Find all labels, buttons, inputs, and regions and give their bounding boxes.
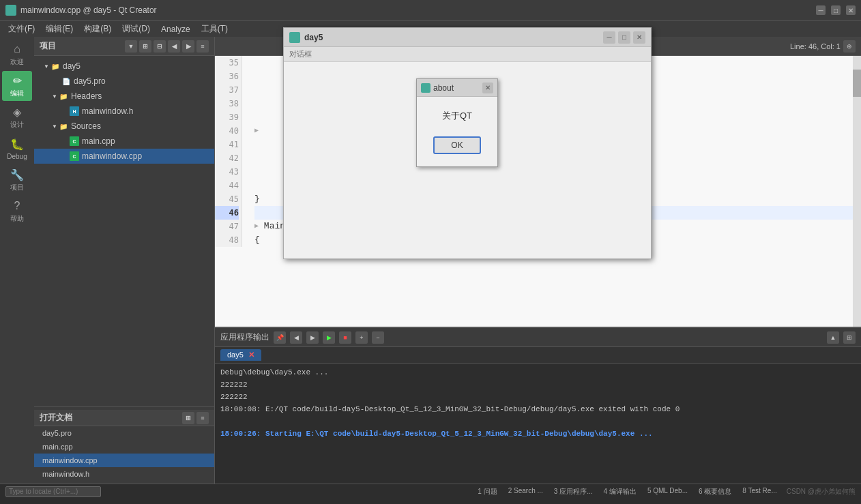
output-collapse-btn[interactable]: ▲ bbox=[827, 331, 839, 344]
output-next-btn[interactable]: ▶ bbox=[306, 331, 319, 344]
output-prev-btn[interactable]: ◀ bbox=[290, 331, 302, 344]
status-tab-0[interactable]: 1 问题 bbox=[473, 487, 501, 496]
docs-toolbar-btn[interactable]: ⊞ bbox=[182, 412, 194, 424]
sidebar-item-design[interactable]: ◈ 设计 bbox=[2, 102, 32, 132]
edit-icon: ✏ bbox=[10, 74, 24, 87]
maximize-button[interactable]: □ bbox=[831, 5, 841, 15]
day5-dialog-maximize[interactable]: □ bbox=[618, 31, 630, 44]
editor-expand-btn[interactable]: ⊕ bbox=[843, 40, 856, 53]
sidebar-item-welcome[interactable]: ⌂ 欢迎 bbox=[2, 40, 32, 70]
project-panel-header: 项目 ▼ ⊞ ⊟ ◀ ▶ ≡ bbox=[34, 37, 214, 56]
menu-analyze[interactable]: Analyze bbox=[156, 23, 196, 35]
day5-dialog-icon bbox=[289, 32, 300, 43]
project-header-label: 项目 bbox=[40, 40, 56, 52]
tree-arrow: ▼ bbox=[50, 123, 59, 130]
doc-label: main.cpp bbox=[42, 443, 73, 451]
project-panel-toolbar: ▼ ⊞ ⊟ ◀ ▶ ≡ bbox=[125, 40, 209, 53]
h-icon: H bbox=[70, 106, 79, 116]
tree-arrow: ▼ bbox=[50, 93, 59, 100]
output-expand-btn2[interactable]: ⊞ bbox=[843, 331, 856, 344]
sidebar-item-project[interactable]: 🔧 项目 bbox=[2, 165, 32, 195]
output-less-btn[interactable]: − bbox=[372, 331, 384, 344]
day5-dialog-close[interactable]: ✕ bbox=[633, 31, 645, 44]
panel-expand-btn[interactable]: ⊟ bbox=[154, 40, 166, 53]
tree-item-sources[interactable]: ▼ 📁 Sources bbox=[34, 119, 214, 134]
output-pin-btn[interactable]: 📌 bbox=[274, 331, 286, 344]
menu-build[interactable]: 构建(B) bbox=[78, 22, 117, 36]
open-docs-header: 打开文档 ⊞ ≡ bbox=[34, 410, 214, 426]
about-close-button[interactable]: ✕ bbox=[482, 83, 493, 93]
status-tab-2[interactable]: 3 应用程序... bbox=[550, 487, 597, 496]
design-icon: ◈ bbox=[10, 105, 24, 119]
panel-close-btn[interactable]: ◀ bbox=[168, 40, 180, 53]
cpp-icon: C bbox=[70, 151, 79, 161]
status-tab-3[interactable]: 4 编译输出 bbox=[600, 487, 641, 496]
project-tree: ▼ 📁 day5 📄 day5.pro ▼ 📁 Headers bbox=[34, 56, 214, 406]
doc-item-maincpp[interactable]: main.cpp bbox=[34, 440, 214, 454]
panel-link-btn[interactable]: ⊞ bbox=[139, 40, 151, 53]
sidebar-item-debug[interactable]: 🐛 Debug bbox=[2, 134, 32, 164]
menu-file[interactable]: 文件(F) bbox=[3, 22, 40, 36]
home-icon: ⌂ bbox=[10, 42, 24, 56]
status-tab-1[interactable]: 2 Search ... bbox=[504, 487, 547, 496]
output-panel: 应用程序输出 📌 ◀ ▶ ▶ ■ + − ▲ ⊞ day5 ✕ Debug\de… bbox=[215, 327, 861, 484]
close-button[interactable]: ✕ bbox=[846, 5, 856, 15]
about-text: 关于QT bbox=[442, 110, 472, 122]
docs-toolbar-btn2[interactable]: ≡ bbox=[196, 412, 209, 424]
output-more-btn[interactable]: + bbox=[355, 331, 368, 344]
status-search-area bbox=[5, 486, 468, 497]
tree-item-mainwindowh[interactable]: H mainwindow.h bbox=[34, 104, 214, 119]
doc-item-mainwindowh[interactable]: mainwindow.h bbox=[34, 467, 214, 481]
doc-item-mainwindowcpp[interactable]: mainwindow.cpp bbox=[34, 454, 214, 467]
locate-input[interactable] bbox=[5, 486, 101, 497]
output-tab-day5[interactable]: day5 ✕ bbox=[220, 349, 261, 361]
tree-label: mainwindow.h bbox=[82, 106, 133, 116]
status-tab-4[interactable]: 5 QML Deb... bbox=[643, 487, 692, 496]
tree-arrow: ▼ bbox=[42, 63, 50, 70]
tree-label: Sources bbox=[71, 121, 101, 131]
about-ok-button[interactable]: OK bbox=[433, 136, 481, 154]
tree-item-headers[interactable]: ▼ 📁 Headers bbox=[34, 89, 214, 104]
line-numbers: 35 36 37 38 39 40 41 42 43 44 45 46 47 4… bbox=[215, 56, 242, 247]
sidebar-label-help: 帮助 bbox=[10, 214, 24, 224]
panel-filter-btn[interactable]: ▼ bbox=[125, 40, 137, 53]
status-tab-6[interactable]: 8 Test Re... bbox=[738, 487, 780, 496]
title-bar: mainwindow.cpp @ day5 - Qt Creator ─ □ ✕ bbox=[0, 0, 861, 20]
folder-icon: 📁 bbox=[59, 91, 68, 101]
tab-close-btn[interactable]: ✕ bbox=[248, 351, 254, 359]
tree-label: day5 bbox=[63, 61, 81, 71]
output-header-label: 应用程序输出 bbox=[220, 331, 269, 343]
doc-label: day5.pro bbox=[42, 429, 72, 437]
panel-fwd-btn[interactable]: ▶ bbox=[182, 40, 194, 53]
tree-label: mainwindow.cpp bbox=[82, 151, 142, 161]
sidebar-item-edit[interactable]: ✏ 编辑 bbox=[2, 71, 32, 101]
open-docs-toolbar: ⊞ ≡ bbox=[182, 412, 209, 424]
output-run-btn[interactable]: ▶ bbox=[323, 331, 335, 344]
folder-icon: 📁 bbox=[50, 61, 60, 71]
day5-dialog-minimize[interactable]: ─ bbox=[603, 31, 615, 44]
tree-item-mainwindowcpp[interactable]: C mainwindow.cpp bbox=[34, 149, 214, 164]
doc-item-day5pro[interactable]: day5.pro bbox=[34, 426, 214, 440]
sidebar-item-help[interactable]: ? 帮助 bbox=[2, 196, 32, 226]
minimize-button[interactable]: ─ bbox=[816, 5, 826, 15]
sidebar-label-project: 项目 bbox=[10, 183, 24, 192]
output-line-2: 222222 bbox=[220, 379, 856, 391]
panel-menu-btn[interactable]: ≡ bbox=[196, 40, 209, 53]
tree-label: day5.pro bbox=[74, 76, 106, 86]
menu-edit[interactable]: 编辑(E) bbox=[40, 22, 78, 36]
menu-tools[interactable]: 工具(T) bbox=[196, 22, 233, 36]
menu-debug[interactable]: 调试(D) bbox=[117, 22, 156, 36]
output-line-1: Debug\debug\day5.exe ... bbox=[220, 366, 856, 379]
sidebar-label-design: 设计 bbox=[10, 120, 24, 130]
tree-label: Headers bbox=[71, 91, 102, 101]
day5-dialog-subtitle: 对话框 bbox=[284, 47, 651, 62]
about-title: about bbox=[433, 83, 482, 93]
status-tabs: 1 问题 2 Search ... 3 应用程序... 4 编译输出 5 QML… bbox=[473, 487, 780, 496]
status-tab-5[interactable]: 6 概要信息 bbox=[695, 487, 735, 496]
editor-scrollbar[interactable] bbox=[853, 56, 861, 327]
tree-item-day5pro[interactable]: 📄 day5.pro bbox=[34, 74, 214, 89]
output-stop-btn[interactable]: ■ bbox=[339, 331, 351, 344]
output-line-6: 18:00:26: Starting E:\QT code\build-day5… bbox=[220, 428, 856, 440]
tree-item-maincpp[interactable]: C main.cpp bbox=[34, 134, 214, 149]
tree-item-day5[interactable]: ▼ 📁 day5 bbox=[34, 59, 214, 74]
